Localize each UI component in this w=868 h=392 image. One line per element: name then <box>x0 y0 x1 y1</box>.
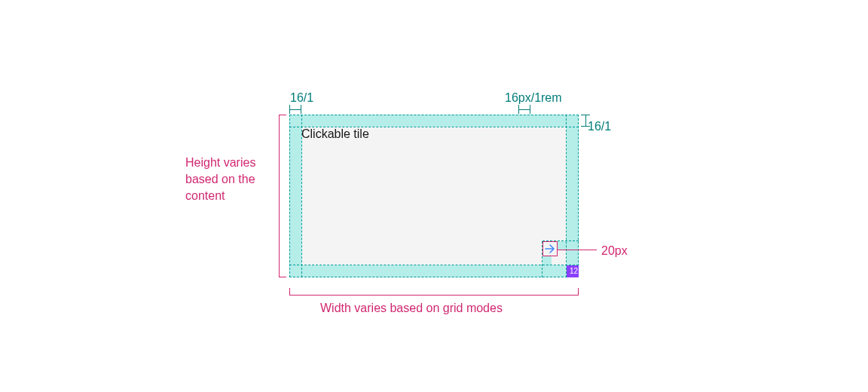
spec-hbar-left <box>289 107 301 115</box>
spec-line <box>289 115 290 277</box>
spec-line <box>578 115 579 277</box>
icon-size-label: 20px <box>601 243 628 259</box>
spec-line <box>566 115 567 277</box>
spec-diagram: Clickable tile 12 16/1 16px/1rem 16/1 He… <box>0 0 868 392</box>
spec-pad-tr-label: 16px/1rem <box>505 90 562 106</box>
tile-title: Clickable tile <box>301 127 369 142</box>
spec-pad-tl-label: 16/1 <box>290 90 313 106</box>
tile-action-icon-frame <box>542 241 558 256</box>
width-bracket <box>289 288 579 296</box>
corner-gap-badge: 12 <box>567 265 579 277</box>
spec-pad-r-label: 16/1 <box>588 119 611 134</box>
spec-hbar-right <box>518 107 530 115</box>
tile-padding-top <box>289 115 579 127</box>
width-note: Width varies based on grid modes <box>320 300 503 317</box>
spec-vbar-right <box>583 115 591 127</box>
tile-padding-right <box>567 115 579 277</box>
tile-padding-bottom <box>289 265 579 277</box>
tile-padding-left <box>289 115 301 277</box>
icon-size-leader <box>558 250 597 250</box>
spec-line <box>289 265 579 265</box>
spec-line <box>289 277 579 277</box>
height-note: Height varies based on the content <box>185 155 283 204</box>
arrow-right-icon[interactable] <box>544 243 556 255</box>
spec-line <box>289 115 579 115</box>
